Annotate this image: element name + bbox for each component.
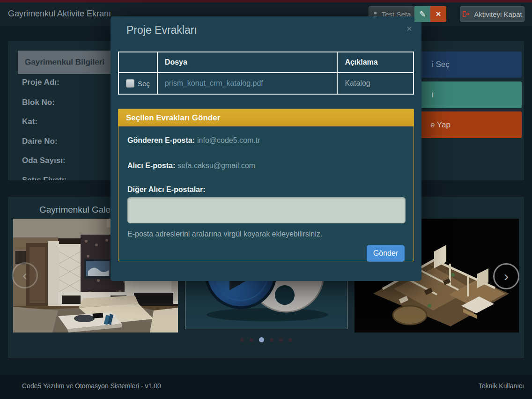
send-button-label: Gönder <box>373 249 398 258</box>
carousel-dot-5[interactable] <box>279 338 283 342</box>
logout-icon <box>462 11 470 17</box>
carousel-dot-1[interactable] <box>240 338 244 342</box>
close-activity-button[interactable]: Aktiviteyi Kapat <box>460 6 525 22</box>
side-button-select[interactable]: i Seç <box>411 52 522 78</box>
x-icon: × <box>436 9 441 19</box>
page-title: Gayrimenkul Aktivite Ekranı <box>8 2 111 26</box>
field-label-block: Blok No: <box>22 98 55 107</box>
table-header-description: Açıklama <box>337 52 414 73</box>
modal-close-icon[interactable]: × <box>406 23 412 34</box>
project-documents-modal: Proje Evrakları × Dosya Açıklama Seç <box>111 16 421 281</box>
recipient-email-label: Alıcı E-posta: <box>127 162 175 170</box>
send-documents-panel: Seçilen Evrakları Gönder Gönderen E-post… <box>118 109 414 261</box>
carousel-dots <box>8 337 524 342</box>
email-helper-text: E-posta adreslerini aralarına virgül koy… <box>127 230 405 238</box>
modal-title: Proje Evrakları <box>126 24 197 37</box>
close-activity-label: Aktiviteyi Kapat <box>474 10 522 18</box>
footer: Code5 Yazılım ve Otomasyon Sistemleri - … <box>0 375 532 399</box>
select-label: Seç <box>138 80 150 88</box>
sender-email-label: Gönderen E-posta: <box>127 136 195 144</box>
field-label-rooms: Oda Sayısı: <box>22 156 66 165</box>
side-button-orange-label: e Yap <box>430 120 451 130</box>
gallery-title: Gayrimenkul Galeri <box>39 205 116 215</box>
side-button-green-label: i <box>432 90 434 100</box>
carousel-dot-3[interactable] <box>259 337 264 342</box>
recipient-email-value: sefa.caksu@gmail.com <box>177 162 255 170</box>
tab-property-info[interactable]: Gayrimenkul Bilgileri <box>18 51 111 74</box>
remove-activity-button[interactable]: × <box>430 6 446 22</box>
carousel-dot-2[interactable] <box>250 338 253 342</box>
other-recipients-label: Diğer Alıcı E-postalar: <box>127 185 206 193</box>
field-label-project: Proje Adı: <box>22 78 59 87</box>
file-link[interactable]: prism_konut_crm_katalog.pdf <box>165 79 263 87</box>
field-label-flat: Daire No: <box>22 137 58 146</box>
documents-table: Dosya Açıklama Seç prism_konut_crm_katal… <box>118 52 414 95</box>
footer-user-text: Teknik Kullanıcı <box>479 382 524 390</box>
table-row: Seç prism_konut_crm_katalog.pdf Katalog <box>118 73 414 94</box>
side-button-orange[interactable]: e Yap <box>411 111 522 138</box>
carousel-dot-4[interactable] <box>270 338 273 342</box>
page: Gayrimenkul Aktivite Ekranı Test Sefa ✎ … <box>0 0 532 399</box>
table-header-select <box>118 52 157 73</box>
table-header-file: Dosya <box>157 52 338 73</box>
carousel-dot-6[interactable] <box>288 338 292 342</box>
field-label-price: Satış Fiyatı: <box>22 176 66 180</box>
other-recipients-input[interactable] <box>127 197 406 223</box>
field-label-floor: Kat: <box>22 117 37 126</box>
file-description: Katalog <box>345 79 370 87</box>
pencil-icon: ✎ <box>419 9 426 19</box>
send-button[interactable]: Gönder <box>367 245 405 262</box>
carousel-prev-button[interactable]: ‹ <box>12 262 38 288</box>
side-button-green[interactable]: i <box>411 81 522 108</box>
footer-version-text: Code5 Yazılım ve Otomasyon Sistemleri - … <box>22 382 161 390</box>
sender-email-value: info@code5.com.tr <box>197 136 260 144</box>
side-button-select-label: i Seç <box>432 60 450 69</box>
edit-activity-button[interactable]: ✎ <box>414 6 430 22</box>
send-panel-header: Seçilen Evrakları Gönder <box>118 109 414 126</box>
select-checkbox[interactable] <box>126 79 134 88</box>
chevron-right-icon: › <box>504 268 509 284</box>
chevron-left-icon: ‹ <box>22 267 27 283</box>
carousel-next-button[interactable]: › <box>493 263 519 289</box>
